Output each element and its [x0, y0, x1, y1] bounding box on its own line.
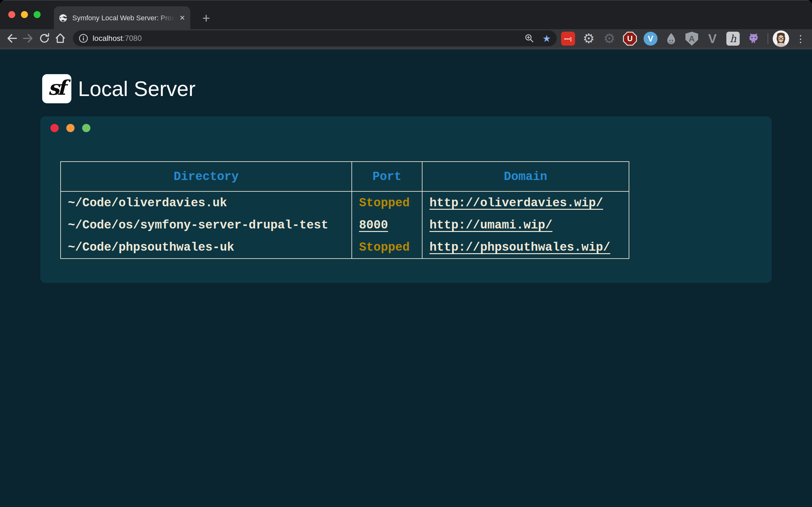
domain-cell: http://phpsouthwales.wip/	[422, 236, 629, 259]
macos-close-button[interactable]	[8, 11, 15, 18]
browser-toolbar: localhost :7080 ★ •••| ⚙ ⚙ U V A	[0, 29, 812, 48]
url-port: :7080	[123, 34, 142, 43]
browser-tab[interactable]: Symfony Local Web Server: Prox ✕	[54, 6, 190, 30]
vimium-extension-icon[interactable]: V	[643, 32, 658, 46]
home-icon[interactable]	[53, 32, 67, 45]
browser-menu-icon[interactable]: ⋮	[794, 32, 807, 46]
browser-window: Symfony Local Web Server: Prox ✕ + local…	[0, 0, 812, 507]
lastpass-extension-icon[interactable]: •••|	[561, 32, 575, 46]
site-info-icon[interactable]	[79, 34, 88, 43]
ublock-extension-icon[interactable]: U	[623, 32, 637, 46]
bookmark-star-icon[interactable]: ★	[542, 33, 551, 44]
vue-extension-icon[interactable]: V	[705, 32, 720, 46]
zoom-icon[interactable]	[525, 34, 534, 43]
column-header-domain: Domain	[422, 162, 629, 191]
hypothesis-extension-icon[interactable]: h	[726, 32, 740, 46]
column-header-directory: Directory	[61, 162, 352, 191]
port-link[interactable]: 8000	[359, 218, 388, 232]
gear-extension-icon[interactable]: ⚙	[581, 32, 596, 46]
tab-close-icon[interactable]: ✕	[180, 14, 185, 22]
panel-dot-orange-icon	[66, 124, 74, 132]
new-tab-button[interactable]: +	[198, 10, 214, 26]
tab-strip: Symfony Local Web Server: Prox ✕ +	[0, 0, 812, 29]
reload-icon[interactable]	[38, 32, 51, 45]
port-cell: Stopped	[352, 236, 422, 259]
status-stopped: Stopped	[359, 240, 410, 254]
symfony-logo-icon: sf	[42, 74, 71, 103]
github-octocat-extension-icon[interactable]	[746, 32, 761, 46]
drupal-extension-icon[interactable]	[664, 32, 678, 46]
panel-dot-red-icon	[50, 124, 59, 132]
domain-link[interactable]: http://umami.wip/	[429, 218, 553, 232]
tab-title: Symfony Local Web Server: Prox	[72, 14, 177, 22]
domain-cell: http://oliverdavies.wip/	[422, 191, 629, 214]
status-stopped: Stopped	[359, 196, 410, 210]
directory-cell: ~/Code/os/symfony-server-drupal-test	[61, 214, 352, 236]
back-icon[interactable]	[5, 32, 19, 45]
toolbar-separator	[768, 33, 768, 44]
table-row: ~/Code/phpsouthwales-uk Stopped http://p…	[61, 236, 629, 259]
domain-cell: http://umami.wip/	[422, 214, 629, 236]
macos-fullscreen-button[interactable]	[34, 11, 41, 18]
column-header-port: Port	[352, 162, 422, 191]
table-row: ~/Code/os/symfony-server-drupal-test 800…	[61, 214, 629, 236]
globe-favicon-icon	[59, 14, 67, 22]
macos-minimize-button[interactable]	[21, 11, 28, 18]
server-panel: Directory Port Domain ~/Code/oliverdavie…	[40, 116, 772, 283]
url-host: localhost	[93, 34, 123, 43]
profile-avatar[interactable]	[773, 31, 789, 47]
address-bar[interactable]: localhost :7080 ★	[73, 31, 557, 46]
forward-icon[interactable]	[21, 32, 35, 45]
port-cell: 8000	[352, 214, 422, 236]
directory-cell: ~/Code/oliverdavies.uk	[61, 191, 352, 214]
domain-link[interactable]: http://oliverdavies.wip/	[429, 196, 603, 210]
page-title: Local Server	[78, 74, 196, 103]
servers-table: Directory Port Domain ~/Code/oliverdavie…	[60, 161, 629, 259]
table-header-row: Directory Port Domain	[61, 162, 629, 191]
table-row: ~/Code/oliverdavies.uk Stopped http://ol…	[61, 191, 629, 214]
page-body: sf Local Server Directory Port Domain ~	[0, 49, 812, 507]
domain-link[interactable]: http://phpsouthwales.wip/	[429, 240, 610, 254]
port-cell: Stopped	[352, 191, 422, 214]
directory-cell: ~/Code/phpsouthwales-uk	[61, 236, 352, 259]
panel-dot-green-icon	[82, 124, 90, 132]
shield-a-extension-icon[interactable]: A	[684, 32, 699, 46]
gear-disabled-extension-icon[interactable]: ⚙	[602, 32, 617, 46]
